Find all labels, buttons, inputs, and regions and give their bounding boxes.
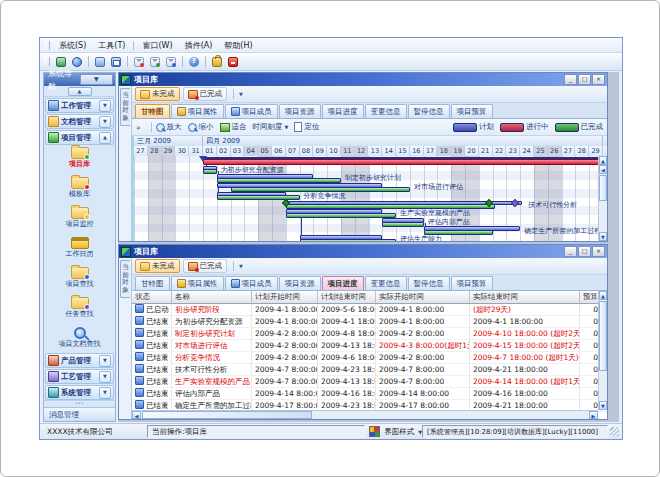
table-horizontal-scrollbar[interactable]: ◀▶ — [132, 410, 598, 419]
tab-progress-3[interactable]: 项目资源 — [279, 276, 321, 290]
close-button[interactable]: × — [592, 246, 605, 257]
more-tools-button[interactable]: » — [136, 123, 141, 132]
sidebar-splitter[interactable]: ••• — [44, 400, 115, 407]
tab-gantt-2[interactable]: 项目成员 — [225, 104, 278, 118]
chevron-down-icon[interactable]: ▼ — [99, 100, 111, 112]
folder-window-button[interactable] — [109, 55, 123, 68]
tab-gantt-5[interactable]: 变更信息 — [365, 104, 407, 118]
sidebar-group-work-management[interactable]: 工作管理▼ — [45, 98, 114, 113]
scroll-down-icon[interactable]: ▼ — [599, 232, 607, 241]
pin-icon[interactable]: ▼ — [80, 74, 114, 85]
sidebar-item-task-search[interactable]: 任务查找 — [44, 297, 115, 326]
table-row[interactable]: 已结束评估内部产品2009-4-14 8:00:002009-4-16 18:0… — [132, 388, 607, 400]
folder-button[interactable] — [93, 55, 107, 68]
tab-gantt-7[interactable]: 项目预算 — [451, 104, 493, 118]
sidebar-group-process-management[interactable]: 工艺管理▼ — [45, 369, 114, 384]
interface-style-icon[interactable] — [369, 426, 380, 437]
collapse-button[interactable]: ▲ — [68, 87, 92, 96]
table-row[interactable]: 已结束为初步研究分配资源2009-4-1 8:00:002009-4-1 18:… — [132, 316, 607, 328]
scroll-left-icon[interactable]: ◀ — [132, 411, 141, 419]
scroll-right-icon[interactable]: ▶ — [589, 411, 598, 419]
resize-grip[interactable] — [610, 427, 619, 436]
sidebar-group-project-management[interactable]: 项目管理▲ — [45, 130, 114, 145]
finished-filter-button[interactable]: 已完成 — [183, 87, 228, 101]
column-header-5[interactable]: 实际结束时间 — [470, 291, 580, 304]
mail-open-button[interactable] — [148, 55, 162, 68]
menu-item-2[interactable]: 窗口(W) — [136, 39, 178, 52]
chevron-up-icon[interactable]: ▲ — [99, 132, 111, 144]
interface-style-label[interactable]: 界面样式 — [382, 426, 416, 438]
chevron-down-icon[interactable]: ▼ — [99, 355, 111, 367]
mail-config-button[interactable] — [164, 55, 178, 68]
chevron-down-icon[interactable]: ▼ — [99, 371, 111, 383]
splitter-left-icon[interactable]: ◀ — [599, 165, 607, 174]
tab-progress-5[interactable]: 变更信息 — [365, 276, 407, 290]
tab-gantt-3[interactable]: 项目资源 — [279, 104, 321, 118]
sidebar-group-product-management[interactable]: 产品管理▼ — [45, 353, 114, 368]
table-vertical-scrollbar[interactable]: ▲▼ — [598, 291, 607, 410]
column-header-4[interactable]: 实际开始时间 — [376, 291, 470, 304]
gantt-title-bar[interactable]: 项目库_□× — [119, 73, 607, 86]
sidebar-item-project-doc-search[interactable]: 项目文档查找 — [44, 327, 115, 352]
sidebar-item-project-library[interactable]: 项目库 — [44, 147, 115, 176]
zoom-in-button[interactable]: 放大 — [156, 122, 182, 132]
minimize-button[interactable]: _ — [564, 246, 577, 257]
zoom-out-button[interactable]: 缩小 — [188, 122, 214, 132]
table-row[interactable]: 已结束技术可行性分析2009-4-7 8:00:002009-4-23 18:0… — [132, 364, 607, 376]
scroll-down-icon[interactable]: ▼ — [599, 401, 607, 410]
sidebar-item-message-management[interactable]: 消息管理 — [44, 407, 115, 421]
tab-progress-7[interactable]: 项目预算 — [451, 276, 493, 290]
sidebar-item-project-search[interactable]: 项目查找 — [44, 267, 115, 296]
table-row[interactable]: 已结束分析竞争情况2009-4-2 8:00:002009-4-6 18:00:… — [132, 352, 607, 364]
scroll-up-icon[interactable]: ▲ — [599, 156, 607, 165]
help-button[interactable] — [187, 55, 201, 68]
exit-button[interactable] — [226, 55, 240, 68]
scroll-up-icon[interactable]: ▲ — [599, 291, 607, 300]
chevron-down-icon[interactable]: ▼ — [99, 116, 111, 128]
column-header-0[interactable]: 状态 — [132, 291, 172, 304]
tab-gantt-6[interactable]: 暂停信息 — [408, 104, 450, 118]
tab-progress-1[interactable]: 项目属性 — [171, 276, 224, 290]
lock-button[interactable] — [210, 55, 224, 68]
column-header-2[interactable]: 计划开始时间 — [252, 291, 318, 304]
tab-gantt-4[interactable]: 项目进度 — [322, 104, 364, 118]
sidebar-group-system-management[interactable]: 系统管理▼ — [45, 385, 114, 400]
table-row[interactable]: 已结束制定初步研究计划2009-4-2 8:00:002009-4-8 18:0… — [132, 328, 607, 340]
sidebar-item-work-calendar[interactable]: 工作日历 — [44, 237, 115, 266]
table-row[interactable]: 已结束生产实验室规模的产品2009-4-7 8:00:002009-4-13 1… — [132, 376, 607, 388]
table-row[interactable]: 已结束对市场进行评估2009-4-2 8:00:002009-4-13 18:0… — [132, 340, 607, 352]
progress-title-bar[interactable]: 项目库_□× — [119, 245, 607, 258]
locate-button[interactable]: 定位 — [294, 122, 319, 132]
tab-progress-2[interactable]: 项目成员 — [225, 276, 278, 290]
close-button[interactable]: × — [592, 74, 605, 85]
tab-progress-4[interactable]: 项目进度 — [322, 276, 364, 290]
menu-item-4[interactable]: 帮助(H) — [218, 39, 258, 52]
sidebar-item-template-library[interactable]: 模板库 — [44, 177, 115, 206]
column-header-1[interactable]: 名称 — [172, 291, 252, 304]
unfinished-filter-button[interactable]: 未完成 — [135, 87, 180, 101]
restore-button[interactable]: □ — [578, 246, 591, 257]
mail-new-button[interactable] — [132, 55, 146, 68]
menu-item-1[interactable]: 工具(T) — [92, 39, 131, 52]
fit-button[interactable]: 适合 — [220, 122, 247, 132]
gantt-vertical-scrollbar[interactable]: ▲◀▼ — [598, 156, 607, 241]
overflow-chevron-icon[interactable]: ▼ — [239, 91, 243, 97]
chevron-down-icon[interactable]: ▼ — [99, 387, 111, 399]
overflow-chevron-icon[interactable]: ▼ — [239, 263, 243, 269]
progress-side-tab-current-object[interactable]: 当前对象 — [120, 260, 130, 298]
column-header-3[interactable]: 计划结束时间 — [318, 291, 376, 304]
minimize-button[interactable]: _ — [564, 74, 577, 85]
scroll-thumb[interactable] — [142, 411, 312, 419]
tab-gantt-0[interactable]: 甘特图 — [135, 104, 170, 118]
tab-progress-0[interactable]: 甘特图 — [135, 276, 170, 290]
menu-item-0[interactable]: 系统(S) — [53, 39, 92, 52]
menu-item-3[interactable]: 插件(A) — [179, 39, 219, 52]
gantt-side-tab-current-object[interactable]: 当前对象 — [120, 88, 130, 126]
unfinished-filter-button[interactable]: 未完成 — [135, 259, 180, 273]
scroll-thumb[interactable] — [599, 301, 607, 371]
scroll-thumb[interactable] — [599, 175, 607, 201]
sidebar-item-project-monitor[interactable]: 项目监控 — [44, 207, 115, 236]
finished-filter-button[interactable]: 已完成 — [183, 259, 228, 273]
sidebar-group-document-management[interactable]: 文档管理▼ — [45, 114, 114, 129]
tab-progress-6[interactable]: 暂停信息 — [408, 276, 450, 290]
